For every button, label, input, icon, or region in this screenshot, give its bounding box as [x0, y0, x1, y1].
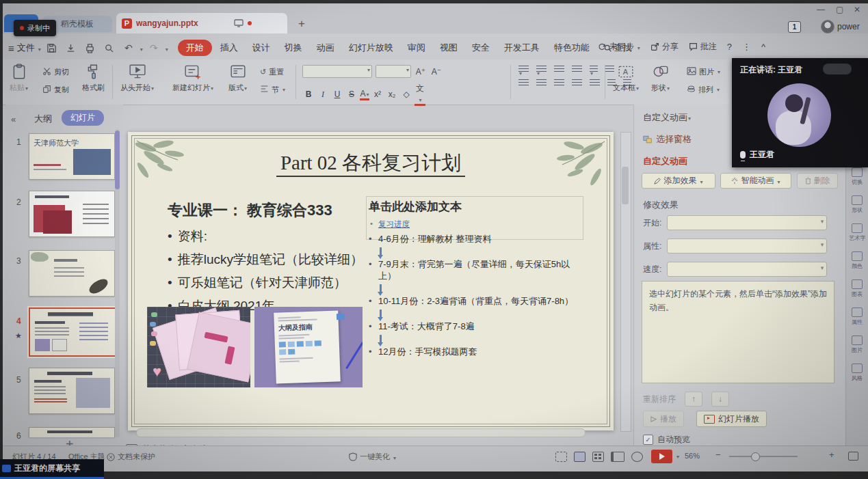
slide-right-textbox[interactable]: 单击此处添加文本 复习进度 4-6月份：理解教材 整理资料 7-9月末：背完第一…: [369, 199, 585, 358]
slideshow-button[interactable]: [651, 450, 672, 463]
menu-tab[interactable]: 安全: [472, 42, 490, 54]
zoom-slider[interactable]: [729, 456, 798, 457]
cloud-sync-status[interactable]: 未同步: [597, 41, 640, 53]
numbering-button[interactable]: [536, 66, 547, 73]
slideshow-play-button[interactable]: 幻灯片播放: [696, 411, 767, 427]
normal-view-button[interactable]: [574, 452, 586, 462]
subscript-button[interactable]: x₂: [386, 90, 398, 99]
font-color-button[interactable]: A: [360, 89, 369, 100]
zoom-slider-knob[interactable]: [751, 452, 760, 461]
justify-button[interactable]: [572, 79, 582, 87]
slide-thumbnail-5[interactable]: [29, 368, 115, 414]
align-center-button[interactable]: [536, 79, 547, 87]
picture-button[interactable]: 图片: [687, 65, 720, 79]
align-right-button[interactable]: [554, 79, 564, 87]
menu-tab[interactable]: 视图: [440, 42, 458, 54]
new-slide-button[interactable]: 新建幻灯片: [172, 64, 213, 93]
notes-view-button[interactable]: [555, 452, 567, 462]
tab-slides-active[interactable]: 幻灯片: [62, 110, 104, 126]
menu-tab[interactable]: 动画: [317, 42, 334, 54]
reading-view-button[interactable]: [611, 452, 624, 462]
slide-thumbnail-2[interactable]: [29, 191, 115, 237]
collapse-ribbon-button[interactable]: [761, 42, 765, 52]
menu-tab[interactable]: 审阅: [408, 42, 425, 54]
protection-status[interactable]: 文档未保护: [107, 452, 155, 462]
thumbnail-scrollbar[interactable]: [115, 129, 120, 437]
side-tool-button[interactable]: 形状: [851, 195, 863, 215]
fit-slide-button[interactable]: [848, 452, 858, 461]
hamburger-icon[interactable]: ≡: [8, 42, 14, 54]
maximize-button[interactable]: ▢: [836, 5, 843, 14]
copy-button[interactable]: 复制: [42, 83, 69, 96]
menu-tab[interactable]: 设计: [252, 42, 270, 54]
side-tool-button[interactable]: 图表: [851, 279, 863, 299]
user-avatar[interactable]: [821, 20, 834, 33]
minimize-button[interactable]: —: [817, 5, 825, 14]
side-tool-button[interactable]: 风格: [851, 364, 863, 383]
handout-view-button[interactable]: [631, 452, 643, 462]
delete-effect-button[interactable]: 删除: [797, 173, 838, 189]
align-left-button[interactable]: [518, 79, 529, 87]
side-tool-button[interactable]: 图片: [851, 336, 863, 355]
slide-left-textbox[interactable]: 专业课一： 教育综合333 资料:推荐lucky学姐笔记（比较详细）可乐姐笔记（…: [168, 200, 373, 313]
panel-selector-dropdown[interactable]: 自定义动画: [643, 111, 691, 124]
move-up-button[interactable]: [685, 392, 702, 407]
syllabus-photo[interactable]: 大纲及指南: [254, 307, 363, 387]
bullets-button[interactable]: [518, 66, 529, 73]
side-tool-button[interactable]: 属性: [851, 307, 863, 327]
selection-pane-button[interactable]: 选择窗格: [643, 133, 692, 146]
more-menu-button[interactable]: [742, 42, 751, 52]
grow-font-button[interactable]: A⁺: [415, 67, 427, 77]
slide-horizontal-scrollbar[interactable]: [136, 428, 586, 437]
start-select[interactable]: [667, 215, 827, 230]
scrollbar-thumb[interactable]: [115, 131, 120, 189]
slideshow-options-caret-icon[interactable]: [676, 452, 679, 460]
document-count-badge[interactable]: 1: [788, 21, 801, 33]
zoom-out-button[interactable]: −: [715, 450, 721, 460]
superscript-button[interactable]: x²: [371, 90, 384, 99]
undo-caret-icon[interactable]: [140, 43, 143, 53]
beautify-button[interactable]: 一键美化: [349, 452, 396, 462]
menu-tab[interactable]: 幻灯片放映: [349, 42, 393, 54]
side-tool-button[interactable]: 切换: [851, 167, 863, 187]
toolbar-more-caret-icon[interactable]: [165, 43, 168, 53]
slide-sorter-view-button[interactable]: [592, 452, 604, 462]
speed-select[interactable]: [667, 262, 827, 277]
paste-button[interactable]: 粘贴: [10, 64, 28, 93]
new-tab-button[interactable]: +: [298, 17, 305, 31]
arrange-button[interactable]: 排列: [687, 83, 720, 96]
clear-format-icon[interactable]: ◇: [400, 90, 412, 99]
slide-vertical-scrollbar[interactable]: [620, 132, 631, 432]
close-button[interactable]: ✕: [854, 5, 860, 14]
menu-tab[interactable]: 特色功能: [554, 42, 590, 54]
slide-canvas[interactable]: Part 02 各科复习计划 专业课一： 教育综合333 资料:推荐lucky学…: [128, 132, 614, 430]
zoom-in-button[interactable]: +: [829, 450, 834, 460]
file-menu[interactable]: 文件: [17, 42, 35, 54]
shrink-font-button[interactable]: A⁻: [430, 67, 443, 77]
font-family-select[interactable]: [302, 65, 372, 78]
menu-tab[interactable]: 切换: [285, 42, 302, 54]
side-tool-button[interactable]: 颜色: [851, 251, 863, 271]
section-button[interactable]: 节: [260, 83, 285, 96]
redo-button[interactable]: ↷: [146, 41, 162, 55]
side-tool-button[interactable]: 艺术字: [848, 223, 867, 243]
zoom-percentage[interactable]: 56%: [685, 452, 700, 460]
distribute-button[interactable]: [590, 79, 600, 87]
shapes-button[interactable]: 形状: [651, 64, 670, 93]
menu-tab[interactable]: 插入: [220, 42, 238, 54]
increase-indent-button[interactable]: [572, 66, 582, 73]
move-down-button[interactable]: [711, 392, 729, 407]
format-painter-button[interactable]: 格式刷: [82, 64, 105, 93]
help-button[interactable]: [727, 42, 732, 52]
output-button[interactable]: [63, 41, 79, 55]
smart-animation-button[interactable]: 智能动画: [720, 173, 791, 189]
tab-document-active[interactable]: P wangyajun.pptx: [116, 13, 287, 33]
highlight-icon[interactable]: 文: [415, 83, 425, 106]
italic-button[interactable]: I: [317, 90, 329, 100]
menu-tab[interactable]: 开发工具: [504, 42, 540, 54]
play-button[interactable]: 播放: [643, 411, 684, 427]
text-direction-button[interactable]: [590, 66, 598, 73]
collapse-panel-button[interactable]: [11, 113, 16, 125]
auto-preview-checkbox[interactable]: [643, 435, 653, 445]
property-select[interactable]: [667, 238, 827, 254]
